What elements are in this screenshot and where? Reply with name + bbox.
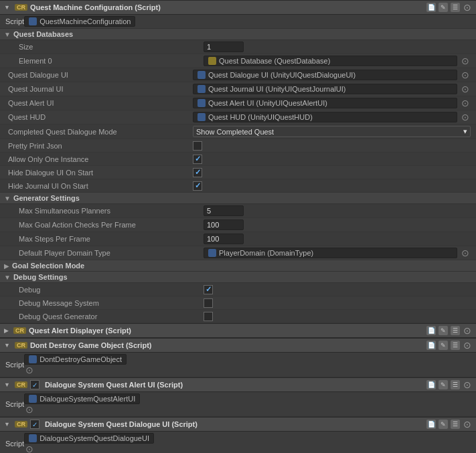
label-max-goal-checks: Max Goal Action Checks Per Frame bbox=[16, 221, 204, 229]
quest-hud-settings[interactable]: ⊙ bbox=[460, 112, 471, 122]
script-row-dialogue-dialogue: Script DialogueSystemQuestDialogueUI ⊙ bbox=[0, 432, 476, 453]
group-quest-databases[interactable]: ▼ Quest Databases bbox=[0, 29, 476, 40]
quest-alert-ui-settings[interactable]: ⊙ bbox=[460, 98, 471, 108]
edit-icon-dialogue-dialogue[interactable]: ✎ bbox=[439, 420, 448, 429]
quest-hud-icon bbox=[197, 113, 206, 121]
completed-quest-mode-value: Show Completed Quest bbox=[196, 128, 274, 136]
group-generator-settings[interactable]: ▼ Generator Settings bbox=[0, 193, 476, 204]
value-quest-hud: Quest HUD (UnityUIQuestHUD) ⊙ bbox=[193, 112, 471, 122]
max-steps-input[interactable]: 100 bbox=[204, 234, 244, 244]
checkbox-hide-journal-start[interactable] bbox=[193, 181, 202, 191]
menu-icon-dialogue-alert[interactable]: ☰ bbox=[451, 380, 460, 389]
completed-quest-mode-dropdown[interactable]: Show Completed Quest ▾ bbox=[193, 126, 471, 137]
script-object-field[interactable]: QuestMachineConfiguration bbox=[24, 16, 135, 27]
section-header-dialogue-dialogue[interactable]: ▼ CR Dialogue System Quest Dialogue UI (… bbox=[0, 417, 476, 432]
prop-debug-quest-gen: Debug Quest Generator bbox=[0, 310, 476, 323]
settings-dot-quest-machine[interactable]: ⊙ bbox=[463, 3, 472, 12]
edit-icon-dont-destroy[interactable]: ✎ bbox=[439, 341, 448, 350]
quest-alert-ui-field[interactable]: Quest Alert UI (UnityUIQuestAlertUI) bbox=[193, 98, 457, 108]
size-input[interactable]: 1 bbox=[204, 41, 244, 52]
prop-value-size: 1 bbox=[204, 41, 471, 52]
checkbox-allow-one-instance[interactable] bbox=[193, 155, 202, 164]
quest-dialogue-ui-field[interactable]: Quest Dialogue UI (UnityUIQuestDialogueU… bbox=[193, 70, 457, 80]
prop-hide-dialogue-start: Hide Dialogue UI On Start bbox=[0, 166, 476, 179]
value-allow-one-instance bbox=[193, 155, 471, 164]
doc-icon-quest-alert[interactable]: 📄 bbox=[426, 326, 436, 335]
label-debug: Debug bbox=[16, 286, 204, 294]
quest-dialogue-ui-value: Quest Dialogue UI (UnityUIQuestDialogueU… bbox=[208, 71, 355, 79]
edit-icon-quest-machine[interactable]: ✎ bbox=[439, 3, 448, 12]
label-max-simultaneous: Max Simultaneous Planners bbox=[16, 207, 204, 215]
label-max-steps: Max Steps Per Frame bbox=[16, 235, 204, 243]
edit-icon-quest-alert[interactable]: ✎ bbox=[439, 326, 448, 335]
doc-icon-quest-machine[interactable]: 📄 bbox=[426, 3, 436, 12]
menu-icon-dont-destroy[interactable]: ☰ bbox=[451, 341, 460, 350]
group-debug-settings[interactable]: ▼ Debug Settings bbox=[0, 272, 476, 283]
value-hide-dialogue-start bbox=[193, 168, 471, 177]
settings-dot-quest-alert[interactable]: ⊙ bbox=[463, 326, 472, 335]
edit-icon-dialogue-alert[interactable]: ✎ bbox=[439, 380, 448, 389]
section-checkbox-dialogue-dialogue[interactable] bbox=[30, 420, 39, 429]
element0-field[interactable]: Quest Database (QuestDatabase) bbox=[204, 56, 457, 66]
dropdown-arrow-icon: ▾ bbox=[463, 127, 467, 136]
checkbox-debug-message[interactable] bbox=[204, 298, 213, 308]
menu-icon-dialogue-dialogue[interactable]: ☰ bbox=[451, 420, 460, 429]
dont-destroy-script-settings[interactable]: ⊙ bbox=[24, 365, 35, 375]
doc-icon-dont-destroy[interactable]: 📄 bbox=[426, 341, 436, 350]
checkbox-debug-quest-gen[interactable] bbox=[204, 312, 213, 321]
checkbox-hide-dialogue-start[interactable] bbox=[193, 168, 202, 177]
dont-destroy-script-field[interactable]: DontDestroyGameObject bbox=[24, 354, 127, 365]
script-label-dialogue-dialogue: Script bbox=[5, 440, 24, 448]
prop-player-domain-type: Default Player Domain Type PlayerDomain … bbox=[0, 246, 476, 260]
doc-icon-dialogue-dialogue[interactable]: 📄 bbox=[426, 420, 436, 429]
label-debug-message: Debug Message System bbox=[16, 299, 204, 307]
settings-dot-dialogue-dialogue[interactable]: ⊙ bbox=[463, 420, 472, 429]
player-domain-type-settings[interactable]: ⊙ bbox=[460, 248, 471, 258]
doc-icon-dialogue-alert[interactable]: 📄 bbox=[426, 380, 436, 389]
dialogue-alert-script-field[interactable]: DialogueSystemQuestAlertUI bbox=[24, 393, 140, 404]
header-icons-quest-machine: 📄 ✎ ☰ ⊙ bbox=[426, 3, 472, 12]
max-simultaneous-input[interactable]: 5 bbox=[204, 205, 244, 216]
player-domain-type-field[interactable]: PlayerDomain (DomainType) bbox=[204, 248, 457, 258]
section-quest-alert-displayer: ▶ CR Quest Alert Displayer (Script) 📄 ✎ … bbox=[0, 323, 476, 338]
checkbox-debug[interactable] bbox=[204, 285, 213, 294]
max-goal-checks-input[interactable]: 100 bbox=[204, 219, 244, 230]
section-checkbox-dialogue-alert[interactable] bbox=[30, 380, 39, 389]
value-pretty-print bbox=[193, 141, 471, 151]
quest-journal-ui-settings[interactable]: ⊙ bbox=[460, 84, 471, 94]
group-goal-selection-mode[interactable]: ▶ Goal Selection Mode bbox=[0, 260, 476, 272]
settings-dot-dont-destroy[interactable]: ⊙ bbox=[463, 341, 472, 350]
prop-max-goal-checks: Max Goal Action Checks Per Frame 100 bbox=[0, 218, 476, 232]
group-arrow-generator: ▼ bbox=[4, 195, 11, 202]
section-header-dont-destroy[interactable]: ▼ CR Dont Destroy Game Object (Script) 📄… bbox=[0, 338, 476, 353]
dialogue-dialogue-script-field[interactable]: DialogueSystemQuestDialogueUI bbox=[24, 433, 154, 444]
section-dialogue-quest-dialogue: ▼ CR Dialogue System Quest Dialogue UI (… bbox=[0, 417, 476, 453]
section-header-dialogue-alert[interactable]: ▼ CR Dialogue System Quest Alert UI (Scr… bbox=[0, 377, 476, 392]
section-header-quest-alert-displayer[interactable]: ▶ CR Quest Alert Displayer (Script) 📄 ✎ … bbox=[0, 323, 476, 338]
checkbox-pretty-print[interactable] bbox=[193, 141, 202, 151]
element0-settings[interactable]: ⊙ bbox=[460, 56, 471, 66]
script-row-quest-machine: Script QuestMachineConfiguration bbox=[0, 15, 476, 29]
quest-journal-ui-field[interactable]: Quest Journal UI (UnityUIQuestJournalUI) bbox=[193, 84, 457, 94]
quest-alert-ui-icon bbox=[197, 99, 206, 107]
section-header-quest-machine[interactable]: ▼ CR Quest Machine Configuration (Script… bbox=[0, 0, 476, 15]
group-label-databases: Quest Databases bbox=[13, 30, 73, 38]
menu-icon-quest-machine[interactable]: ☰ bbox=[451, 3, 460, 12]
dialogue-dialogue-script-settings[interactable]: ⊙ bbox=[24, 444, 35, 453]
quest-hud-field[interactable]: Quest HUD (UnityUIQuestHUD) bbox=[193, 112, 457, 122]
prop-allow-one-instance: Allow Only One Instance bbox=[0, 153, 476, 166]
quest-dialogue-ui-settings[interactable]: ⊙ bbox=[460, 70, 471, 80]
prop-pretty-print: Pretty Print Json bbox=[0, 139, 476, 153]
script-row-dialogue-alert: Script DialogueSystemQuestAlertUI ⊙ bbox=[0, 392, 476, 417]
fold-arrow-quest-alert-displayer: ▶ bbox=[4, 327, 9, 334]
dialogue-alert-script-icon bbox=[29, 395, 37, 403]
dialogue-alert-script-settings[interactable]: ⊙ bbox=[24, 404, 35, 415]
group-arrow-debug: ▼ bbox=[4, 274, 11, 281]
menu-icon-quest-alert[interactable]: ☰ bbox=[451, 326, 460, 335]
settings-dot-dialogue-alert[interactable]: ⊙ bbox=[463, 380, 472, 389]
fold-arrow-dialogue-alert: ▼ bbox=[4, 381, 10, 388]
script-value-container: QuestMachineConfiguration bbox=[24, 16, 135, 27]
dialogue-alert-script-value: DialogueSystemQuestAlertUI bbox=[39, 395, 135, 403]
script-value-dialogue-alert-container: DialogueSystemQuestAlertUI ⊙ bbox=[24, 393, 140, 415]
prop-quest-alert-ui: Quest Alert UI Quest Alert UI (UnityUIQu… bbox=[0, 96, 476, 110]
